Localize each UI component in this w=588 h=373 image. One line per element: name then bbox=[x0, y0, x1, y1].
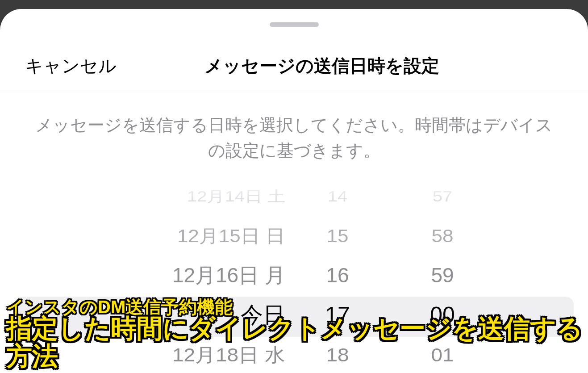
picker-minute-option[interactable]: 59 bbox=[431, 256, 454, 295]
picker-minute-option[interactable]: 57 bbox=[433, 180, 453, 213]
instruction-text: メッセージを送信する日時を選択してください。時間帯はデバイスの設定に基づきます。 bbox=[0, 91, 588, 177]
picker-hour-option[interactable]: 16 bbox=[326, 256, 349, 295]
picker-minute-option[interactable]: 58 bbox=[432, 218, 454, 254]
sheet-header: キャンセル メッセージの送信日時を設定 bbox=[0, 34, 588, 91]
sheet-title: メッセージの送信日時を設定 bbox=[81, 54, 563, 78]
caption-line-2: 指定した時間にダイレクトメッセージを送信する方法 bbox=[6, 314, 588, 370]
picker-date-option[interactable]: 12月16日 月 bbox=[83, 256, 292, 295]
overlay-caption: インスタのDM送信予約機能 指定した時間にダイレクトメッセージを送信する方法 bbox=[6, 298, 588, 370]
picker-date-option[interactable]: 12月15日 日 bbox=[83, 218, 292, 254]
picker-hour-option[interactable]: 14 bbox=[328, 180, 348, 213]
picker-date-option[interactable]: 12月14日 土 bbox=[83, 180, 292, 213]
sheet-grabber[interactable] bbox=[270, 22, 319, 27]
picker-hour-option[interactable]: 15 bbox=[327, 218, 349, 254]
